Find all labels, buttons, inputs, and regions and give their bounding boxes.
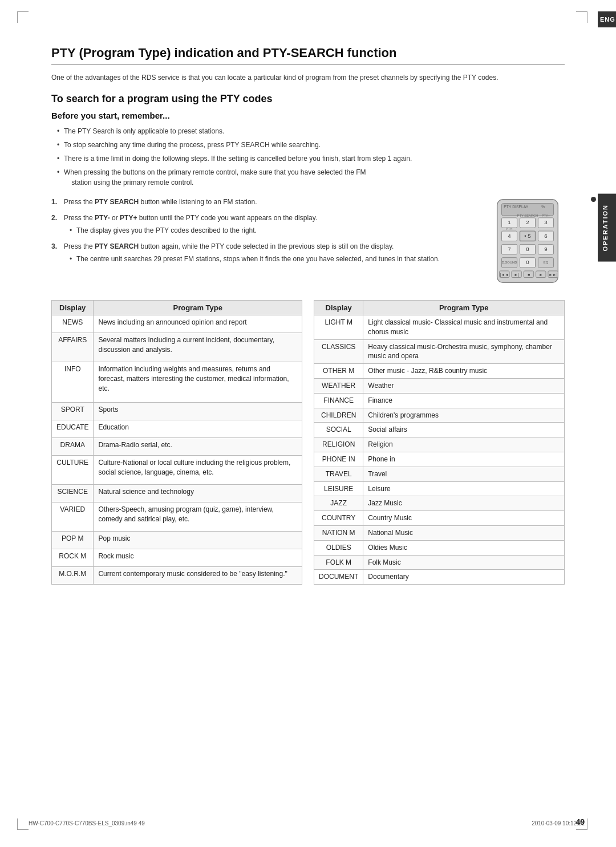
corner-tl (17, 11, 29, 23)
type-cell: News including an announced opinion and … (94, 315, 302, 333)
table-row: CHILDRENChildren's programmes (314, 408, 565, 423)
display-cell: EDUCATE (52, 420, 94, 438)
svg-text:►: ► (539, 273, 543, 277)
display-cell: LEISURE (314, 481, 363, 496)
bullet-item: To stop searching any time during the pr… (57, 140, 565, 150)
display-cell: VARIED (52, 502, 94, 532)
display-cell: CHILDREN (314, 408, 363, 423)
display-cell: WEATHER (314, 378, 363, 393)
right-table-header-display: Display (314, 301, 363, 315)
table-row: OTHER MOther music - Jazz, R&B country m… (314, 364, 565, 379)
table-row: AFFAIRSSeveral matters including a curre… (52, 333, 302, 362)
table-row: DOCUMENTDocumentary (314, 570, 565, 585)
display-cell: COUNTRY (314, 511, 363, 526)
operation-tab: OPERATION (598, 194, 616, 262)
table-row: JAZZJazz Music (314, 496, 565, 511)
svg-text:6: 6 (544, 233, 547, 239)
svg-text:PTY-: PTY- (506, 227, 513, 230)
type-cell: Light classical music- Classical music a… (363, 315, 565, 340)
svg-text:7: 7 (508, 246, 510, 252)
display-cell: NEWS (52, 315, 94, 333)
display-cell: DRAMA (52, 438, 94, 456)
right-table: Display Program Type LIGHT MLight classi… (314, 300, 565, 585)
operation-dot (591, 197, 596, 202)
bullet-list: The PTY Search is only applicable to pre… (51, 126, 565, 188)
type-cell: Religion (363, 437, 565, 452)
type-cell: Others-Speech, amusing program (quiz, ga… (94, 502, 302, 532)
steps-remote-container: 1. Press the PTY SEARCH button while lis… (51, 197, 565, 290)
type-cell: Country Music (363, 511, 565, 526)
svg-text:8: 8 (526, 246, 529, 252)
display-cell: FOLK M (314, 555, 363, 570)
svg-text:2: 2 (526, 219, 529, 225)
intro-text: One of the advantages of the RDS service… (51, 72, 565, 83)
bullet-item: When pressing the buttons on the primary… (57, 167, 565, 188)
table-row: FINANCEFinance (314, 393, 565, 408)
display-cell: ROCK M (52, 549, 94, 567)
steps-section: 1. Press the PTY SEARCH button while lis… (51, 197, 479, 270)
table-row: COUNTRYCountry Music (314, 511, 565, 526)
table-row: WEATHERWeather (314, 378, 565, 393)
type-cell: Weather (363, 378, 565, 393)
table-row: SOCIALSocial affairs (314, 423, 565, 437)
type-cell: Oldies Music (363, 540, 565, 555)
display-cell: SCIENCE (52, 485, 94, 502)
type-cell: Folk Music (363, 555, 565, 570)
type-cell: Finance (363, 393, 565, 408)
type-cell: Social affairs (363, 423, 565, 437)
table-row: DRAMADrama-Radio serial, etc. (52, 438, 302, 456)
step-3-bullets: The centre unit searches 29 preset FM st… (64, 254, 479, 264)
table-row: SPORTSports (52, 403, 302, 420)
type-cell: Heavy classical music-Orchestra music, s… (363, 339, 565, 364)
main-content: PTY (Program Type) indication and PTY-SE… (34, 29, 582, 602)
type-cell: Information including weights and measur… (94, 362, 302, 403)
display-cell: AFFAIRS (52, 333, 94, 362)
subsection-title: Before you start, remember... (51, 111, 565, 120)
type-cell: Travel (363, 467, 565, 481)
svg-text:3: 3 (544, 219, 547, 225)
display-cell: CULTURE (52, 456, 94, 485)
type-cell: Jazz Music (363, 496, 565, 511)
type-cell: Several matters including a current inci… (94, 333, 302, 362)
eng-tab-label: ENG (600, 16, 615, 23)
type-cell: Leisure (363, 481, 565, 496)
tables-container: Display Program Type NEWSNews including … (51, 300, 565, 585)
page-title: PTY (Program Type) indication and PTY-SE… (51, 46, 565, 64)
right-table-body: LIGHT MLight classical music- Classical … (314, 315, 565, 585)
table-row: CLASSICSHeavy classical music-Orchestra … (314, 339, 565, 364)
svg-text:►|: ►| (514, 273, 519, 277)
left-table: Display Program Type NEWSNews including … (51, 300, 302, 585)
corner-bl (17, 818, 29, 830)
display-cell: OTHER M (314, 364, 363, 379)
type-cell: National Music (363, 525, 565, 540)
page-container: ENG OPERATION PTY (Program Type) indicat… (0, 0, 616, 847)
remote-svg: PTY DISPLAY % 1 2 3 PTY SEARCH PTY+ 4 (491, 197, 565, 288)
type-cell: Children's programmes (363, 408, 565, 423)
table-row: LEISURELeisure (314, 481, 565, 496)
table-row: OLDIESOldies Music (314, 540, 565, 555)
table-row: RELIGIONReligion (314, 437, 565, 452)
page-number: 49 (576, 817, 585, 826)
display-cell: CLASSICS (314, 339, 363, 364)
display-cell: SPORT (52, 403, 94, 420)
footer-left: HW-C700-C770S-C770BS-ELS_0309.in49 49 (29, 820, 145, 826)
display-cell: DOCUMENT (314, 570, 363, 585)
display-cell: FINANCE (314, 393, 363, 408)
svg-text:D.SOUND: D.SOUND (502, 261, 517, 264)
table-row: NEWSNews including an announced opinion … (52, 315, 302, 333)
table-row: ROCK MRock music (52, 549, 302, 567)
step-2-bullet: The display gives you the PTY codes desc… (70, 225, 479, 236)
display-cell: POP M (52, 532, 94, 549)
type-cell: Other music - Jazz, R&B country music (363, 364, 565, 379)
page-footer: HW-C700-C770S-C770BS-ELS_0309.in49 49 20… (29, 820, 585, 826)
step-2: 2. Press the PTY- or PTY+ button until t… (51, 213, 479, 236)
table-row: NATION MNational Music (314, 525, 565, 540)
svg-text:PTY DISPLAY: PTY DISPLAY (504, 205, 528, 209)
type-cell: Pop music (94, 532, 302, 549)
svg-text:0: 0 (526, 259, 529, 265)
svg-text:1: 1 (508, 219, 510, 225)
left-table-header-display: Display (52, 301, 94, 315)
display-cell: JAZZ (314, 496, 363, 511)
type-cell: Rock music (94, 549, 302, 567)
type-cell: Natural science and technology (94, 485, 302, 502)
